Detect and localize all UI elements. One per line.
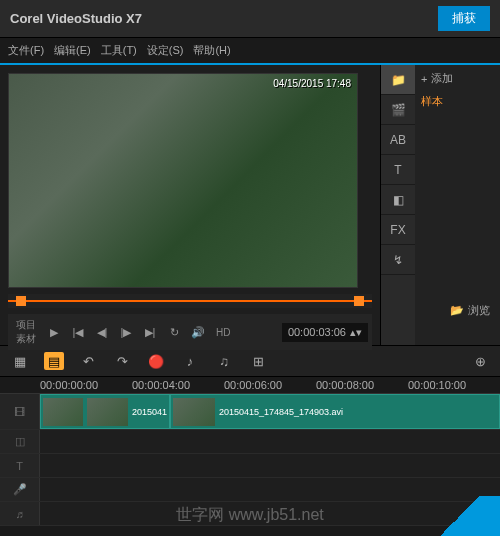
timecode-display[interactable]: 00:00:03:06 ▴▾ xyxy=(282,323,368,342)
clip-1-label: 2015041 xyxy=(132,407,167,417)
zoom-timeline-button[interactable]: ⊕ xyxy=(470,352,490,370)
volume-button[interactable]: 🔊 xyxy=(188,323,208,341)
media-tab-icon[interactable]: 📁 xyxy=(381,65,415,95)
capture-tab[interactable]: 捕获 xyxy=(438,6,490,31)
scrubber[interactable] xyxy=(8,294,372,308)
timecode-value: 00:00:03:06 xyxy=(288,326,346,338)
redo-button[interactable]: ↷ xyxy=(112,352,132,370)
menubar: 文件(F) 编辑(E) 工具(T) 设定(S) 帮助(H) xyxy=(0,38,500,65)
overlay-track-icon[interactable]: ◫ xyxy=(0,430,40,453)
timecode-stepper-icon[interactable]: ▴▾ xyxy=(350,326,362,339)
preview-timestamp: 04/15/2015 17:48 xyxy=(273,78,351,89)
menu-help[interactable]: 帮助(H) xyxy=(193,43,230,58)
loop-button[interactable]: ↻ xyxy=(164,323,184,341)
next-button[interactable]: ▶| xyxy=(140,323,160,341)
clip-thumb-1 xyxy=(43,398,83,426)
auto-music-button[interactable]: ♫ xyxy=(214,352,234,370)
clip-thumb-2 xyxy=(173,398,215,426)
timeline-ruler[interactable]: 00:00:00:00 00:00:04:00 00:00:06:00 00:0… xyxy=(0,377,500,394)
menu-tools[interactable]: 工具(T) xyxy=(101,43,137,58)
timeline-view-button[interactable]: ▤ xyxy=(44,352,64,370)
frame-fwd-button[interactable]: |▶ xyxy=(116,323,136,341)
project-label[interactable]: 项目 xyxy=(12,318,40,332)
audio-mixer-button[interactable]: ♪ xyxy=(180,352,200,370)
filter-tab-icon[interactable]: FX xyxy=(381,215,415,245)
add-button[interactable]: + 添加 xyxy=(421,71,494,86)
scrub-end-handle[interactable] xyxy=(354,296,364,306)
prev-button[interactable]: |◀ xyxy=(68,323,88,341)
video-track-body[interactable]: 2015041 20150415_174845_174903.avi xyxy=(40,394,500,429)
menu-settings[interactable]: 设定(S) xyxy=(147,43,184,58)
voice-track-icon[interactable]: 🎤 xyxy=(0,478,40,501)
video-clip-2[interactable]: 20150415_174845_174903.avi xyxy=(170,394,500,429)
path-tab-icon[interactable]: ↯ xyxy=(381,245,415,275)
video-track-icon[interactable]: 🎞 xyxy=(0,394,40,429)
video-track: 🎞 2015041 20150415_174845_174903.avi xyxy=(0,394,500,430)
hd-label[interactable]: HD xyxy=(212,327,234,338)
play-button[interactable]: ▶ xyxy=(44,323,64,341)
clip-2-label: 20150415_174845_174903.avi xyxy=(219,407,343,417)
clip-label[interactable]: 素材 xyxy=(12,332,40,346)
title-tab-icon[interactable]: AB xyxy=(381,125,415,155)
ruler-t4: 00:00:10:00 xyxy=(408,379,500,391)
app-title: Corel VideoStudio X7 xyxy=(10,11,142,26)
ruler-t3: 00:00:08:00 xyxy=(316,379,408,391)
video-preview[interactable]: 04/15/2015 17:48 xyxy=(8,73,358,288)
ruler-t0: 00:00:00:00 xyxy=(40,379,132,391)
title-track-body[interactable] xyxy=(40,454,500,477)
playback-controls: 项目 素材 ▶ |◀ ◀| |▶ ▶| ↻ 🔊 HD 00:00:03:06 ▴… xyxy=(8,314,372,350)
folder-icon: 📂 xyxy=(450,304,464,317)
title-track-icon[interactable]: T xyxy=(0,454,40,477)
menu-file[interactable]: 文件(F) xyxy=(8,43,44,58)
titlebar: Corel VideoStudio X7 捕获 xyxy=(0,0,500,38)
menu-edit[interactable]: 编辑(E) xyxy=(54,43,91,58)
title-track: T xyxy=(0,454,500,478)
track-manager-button[interactable]: ⊞ xyxy=(248,352,268,370)
frame-back-button[interactable]: ◀| xyxy=(92,323,112,341)
preview-panel: 04/15/2015 17:48 项目 素材 ▶ |◀ ◀| |▶ ▶| ↻ 🔊… xyxy=(0,65,380,345)
clip-thumb-1b xyxy=(87,398,127,426)
ruler-t1: 00:00:04:00 xyxy=(132,379,224,391)
plus-icon: + xyxy=(421,73,427,85)
main-area: 04/15/2015 17:48 项目 素材 ▶ |◀ ◀| |▶ ▶| ↻ 🔊… xyxy=(0,65,500,345)
transition-tab-icon[interactable]: 🎬 xyxy=(381,95,415,125)
browse-label: 浏览 xyxy=(468,303,490,318)
overlay-track-body[interactable] xyxy=(40,430,500,453)
graphic-tab-icon[interactable]: ◧ xyxy=(381,185,415,215)
storyboard-view-button[interactable]: ▦ xyxy=(10,352,30,370)
text-tab-icon[interactable]: T xyxy=(381,155,415,185)
scrub-track xyxy=(8,300,372,302)
ruler-t2: 00:00:06:00 xyxy=(224,379,316,391)
corner-fold xyxy=(420,496,500,536)
scrub-start-handle[interactable] xyxy=(16,296,26,306)
sample-folder[interactable]: 样本 xyxy=(421,94,494,109)
browse-button[interactable]: 📂 浏览 xyxy=(450,303,490,318)
record-button[interactable]: 🔴 xyxy=(146,352,166,370)
undo-button[interactable]: ↶ xyxy=(78,352,98,370)
music-track-icon[interactable]: ♬ xyxy=(0,502,40,525)
library-tabs: 📁 🎬 AB T ◧ FX ↯ xyxy=(381,65,415,345)
add-label: 添加 xyxy=(431,71,453,86)
overlay-track: ◫ xyxy=(0,430,500,454)
video-clip-1[interactable]: 2015041 xyxy=(40,394,170,429)
